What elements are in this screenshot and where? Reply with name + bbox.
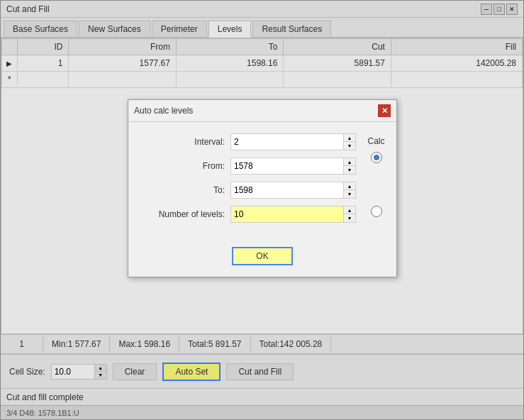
- to-up-button[interactable]: ▲: [344, 182, 355, 190]
- from-down-button[interactable]: ▼: [344, 166, 355, 174]
- interval-row: Interval: ▲ ▼: [140, 133, 356, 150]
- from-input-wrapper: ▲ ▼: [230, 158, 356, 175]
- modal-title: Auto calc levels: [134, 106, 193, 116]
- num-levels-row: Number of levels: ▲ ▼: [140, 206, 356, 223]
- modal-form: Interval: ▲ ▼ From:: [140, 133, 356, 230]
- interval-up-button[interactable]: ▲: [344, 134, 355, 142]
- interval-label: Interval:: [140, 137, 225, 147]
- auto-calc-modal: Auto calc levels ✕ Interval: ▲ ▼: [128, 99, 397, 277]
- num-levels-spin-buttons: ▲ ▼: [343, 206, 355, 222]
- modal-overlay: Auto calc levels ✕ Interval: ▲ ▼: [0, 0, 524, 420]
- to-down-button[interactable]: ▼: [344, 190, 355, 198]
- modal-close-button[interactable]: ✕: [378, 104, 391, 117]
- interval-input[interactable]: [231, 134, 343, 150]
- interval-down-button[interactable]: ▼: [344, 142, 355, 150]
- num-levels-label: Number of levels:: [140, 209, 225, 219]
- modal-title-bar: Auto calc levels ✕: [128, 100, 396, 122]
- to-spin-buttons: ▲ ▼: [343, 182, 355, 198]
- from-row: From: ▲ ▼: [140, 158, 356, 175]
- calc-radio-checked[interactable]: [371, 152, 382, 163]
- num-levels-up-button[interactable]: ▲: [344, 206, 355, 214]
- modal-side: Calc: [367, 133, 385, 230]
- num-levels-down-button[interactable]: ▼: [344, 214, 355, 222]
- to-input-wrapper: ▲ ▼: [230, 182, 356, 199]
- from-input[interactable]: [231, 158, 343, 174]
- from-up-button[interactable]: ▲: [344, 158, 355, 166]
- to-label: To:: [140, 185, 225, 195]
- from-spin-buttons: ▲ ▼: [343, 158, 355, 174]
- calc-label: Calc: [367, 136, 384, 146]
- modal-footer: OK: [128, 241, 396, 277]
- to-input[interactable]: [231, 182, 343, 198]
- main-window: Cut and Fill ─ □ ✕ Base Surfaces New Sur…: [0, 0, 524, 420]
- interval-input-wrapper: ▲ ▼: [230, 133, 356, 150]
- interval-spin-buttons: ▲ ▼: [343, 134, 355, 150]
- num-levels-input-wrapper: ▲ ▼: [230, 206, 356, 223]
- from-label: From:: [140, 161, 225, 171]
- modal-body: Interval: ▲ ▼ From:: [128, 122, 396, 241]
- calc-radio-empty[interactable]: [371, 206, 382, 217]
- to-row: To: ▲ ▼: [140, 182, 356, 199]
- num-levels-input[interactable]: [231, 206, 343, 222]
- ok-button[interactable]: OK: [232, 247, 292, 265]
